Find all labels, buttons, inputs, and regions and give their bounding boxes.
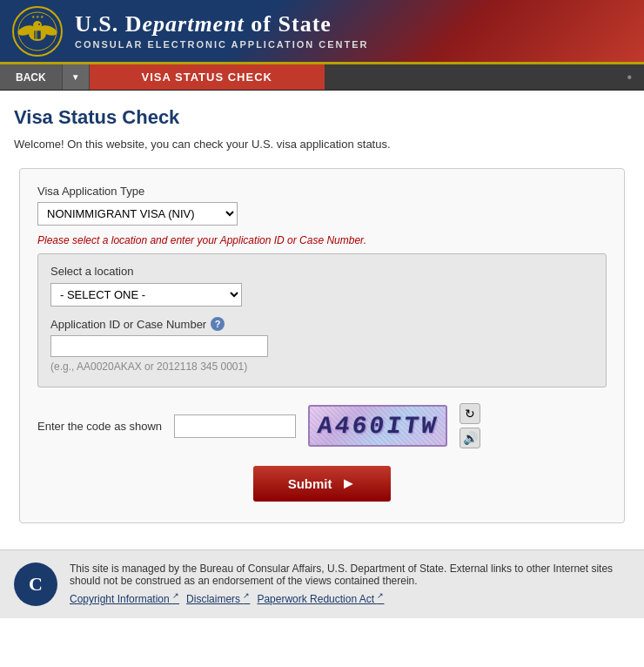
captcha-image: A460ITW	[308, 405, 447, 447]
submit-label: Submit	[288, 476, 332, 491]
external-link-icon-copyright: ↗	[172, 591, 179, 600]
captcha-label: Enter the code as shown	[37, 420, 162, 433]
nav-dot: •	[614, 64, 644, 90]
nav-page-title: VISA STATUS CHECK	[90, 64, 325, 90]
captcha-refresh-button[interactable]: ↻	[460, 403, 480, 424]
welcome-text: Welcome! On this website, you can check …	[14, 138, 630, 151]
submit-arrow-icon: ►	[341, 475, 357, 493]
visa-form: Visa Application Type NONIMMIGRANT VISA …	[19, 168, 625, 523]
site-footer: C This site is managed by the Bureau of …	[0, 549, 644, 618]
footer-body-text: This site is managed by the Bureau of Co…	[70, 563, 630, 587]
captcha-audio-button[interactable]: 🔊	[460, 428, 480, 448]
app-id-label-row: Application ID or Case Number ?	[50, 317, 594, 331]
nav-bar: BACK ▼ VISA STATUS CHECK •	[0, 64, 644, 91]
captcha-controls: ↻ 🔊	[460, 403, 480, 448]
location-label: Select a location	[50, 265, 594, 278]
back-button[interactable]: BACK	[0, 64, 63, 90]
captcha-input[interactable]	[174, 414, 296, 438]
refresh-icon: ↻	[465, 407, 475, 421]
visa-type-select[interactable]: NONIMMIGRANT VISA (NIV) IMMIGRANT VISA (…	[37, 202, 238, 226]
back-label: BACK	[16, 71, 46, 84]
page-title: Visa Status Check	[14, 106, 630, 129]
external-link-icon-disclaimers: ↗	[243, 591, 250, 600]
footer-seal: C	[14, 563, 57, 606]
nav-dropdown[interactable]: ▼	[63, 64, 90, 90]
footer-text-block: This site is managed by the Bureau of Co…	[70, 563, 630, 605]
svg-text:★ ★ ★: ★ ★ ★	[31, 14, 45, 19]
copyright-link[interactable]: Copyright Information ↗	[70, 591, 179, 605]
app-id-example-text: (e.g., AA0020AKAX or 2012118 345 0001)	[50, 360, 594, 373]
captcha-row: Enter the code as shown A460ITW ↻ 🔊	[37, 403, 607, 448]
dropdown-arrow-icon: ▼	[71, 72, 80, 82]
header-text: U.S. Department of State Consular Electr…	[75, 12, 369, 51]
location-box: Select a location - SELECT ONE - Applica…	[37, 253, 607, 387]
site-header: ★ ★ ★ U.S. Department of State Consular …	[0, 0, 644, 64]
submit-button[interactable]: Submit ►	[253, 466, 392, 502]
main-content: Visa Status Check Welcome! On this websi…	[0, 91, 644, 532]
app-id-input[interactable]	[50, 335, 268, 357]
visa-type-label: Visa Application Type	[37, 185, 607, 198]
site-title: U.S. Department of State	[75, 12, 369, 37]
state-dept-seal: ★ ★ ★	[12, 6, 63, 57]
instruction-text: Please select a location and enter your …	[37, 234, 607, 246]
help-icon[interactable]: ?	[211, 317, 225, 331]
location-select[interactable]: - SELECT ONE -	[50, 283, 242, 307]
captcha-text: A460ITW	[316, 413, 440, 440]
svg-rect-9	[35, 30, 37, 39]
audio-icon: 🔊	[463, 431, 478, 445]
footer-links: Copyright Information ↗ Disclaimers ↗ Pa…	[70, 591, 630, 605]
app-id-label-text: Application ID or Case Number	[50, 318, 206, 331]
svg-point-5	[33, 21, 42, 30]
disclaimers-link[interactable]: Disclaimers ↗	[186, 591, 250, 605]
paperwork-reduction-link[interactable]: Paperwork Reduction Act ↗	[257, 591, 384, 605]
external-link-icon-paperwork: ↗	[377, 591, 384, 600]
svg-point-6	[38, 24, 40, 25]
submit-row: Submit ►	[37, 466, 607, 502]
footer-seal-letter: C	[29, 573, 43, 596]
site-subtitle: Consular Electronic Application Center	[75, 39, 369, 50]
